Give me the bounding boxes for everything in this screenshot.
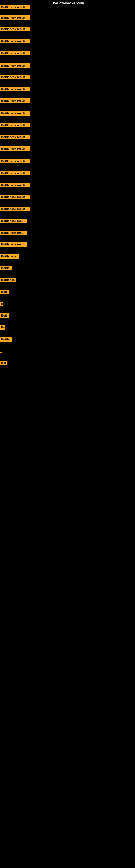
badge-6-label: Bottleneck result	[0, 63, 30, 68]
badge-21: Bottleneck resu	[0, 242, 27, 248]
badge-15-label: Bottleneck result	[0, 171, 30, 175]
badge-26: B	[0, 302, 3, 307]
badge-9-label: Bottleneck result	[0, 98, 30, 103]
badge-14: Bottleneck result	[0, 159, 30, 164]
badge-17-label: Bottleneck result	[0, 195, 30, 199]
badge-7-label: Bottleneck result	[0, 75, 30, 79]
badge-27: Bott	[0, 313, 9, 319]
badge-12-label: Bottleneck result	[0, 135, 30, 139]
badge-15: Bottleneck result	[0, 171, 30, 176]
badge-3-label: Bottleneck result	[0, 27, 30, 31]
badge-5-label: Bottleneck result	[0, 51, 30, 55]
badge-27-label: Bott	[0, 313, 9, 318]
badge-20: Bottleneck resu	[0, 230, 27, 236]
badge-23: Bottle	[0, 266, 12, 271]
badge-29: Bottler	[0, 337, 12, 343]
badge-17: Bottleneck result	[0, 195, 30, 200]
badge-4: Bottleneck result	[0, 39, 30, 44]
badge-11-label: Bottleneck result	[0, 123, 30, 127]
badge-19: Bottleneck resu	[0, 219, 27, 224]
badge-1: Bottleneck result	[0, 5, 30, 10]
badge-11: Bottleneck result	[0, 123, 30, 128]
badge-2: Bottleneck result	[0, 16, 30, 21]
badge-3: Bottleneck result	[0, 27, 30, 32]
badge-29-label: Bottler	[0, 337, 12, 341]
badge-18-label: Bottleneck result	[0, 207, 30, 211]
badge-31: Bot	[0, 361, 7, 366]
badge-22: Bottleneck	[0, 254, 19, 259]
badge-24: Bottlenec	[0, 278, 16, 283]
badge-21-label: Bottleneck resu	[0, 242, 27, 247]
badge-13: Bottleneck result	[0, 147, 30, 152]
badge-1-label: Bottleneck result	[0, 5, 30, 9]
badge-5: Bottleneck result	[0, 51, 30, 56]
badge-14-label: Bottleneck result	[0, 159, 30, 163]
badge-10-label: Bottleneck result	[0, 111, 30, 116]
badge-18: Bottleneck result	[0, 207, 30, 212]
badge-26-label: B	[0, 302, 3, 306]
badge-7: Bottleneck result	[0, 75, 30, 80]
badge-31-label: Bot	[0, 361, 7, 365]
badge-23-label: Bottle	[0, 266, 12, 270]
badge-2-label: Bottleneck result	[0, 16, 30, 20]
badge-8: Bottleneck result	[0, 87, 30, 93]
badge-6: Bottleneck result	[0, 63, 30, 69]
badge-24-label: Bottlenec	[0, 278, 16, 282]
badge-16-label: Bottleneck result	[0, 183, 30, 187]
badge-20-label: Bottleneck resu	[0, 230, 27, 235]
badge-12: Bottleneck result	[0, 135, 30, 140]
badge-16: Bottleneck result	[0, 183, 30, 188]
badge-25: Bott	[0, 290, 9, 295]
badge-30	[0, 349, 2, 354]
badge-25-label: Bott	[0, 290, 9, 294]
badge-22-label: Bottleneck	[0, 254, 19, 258]
badge-8-label: Bottleneck result	[0, 87, 30, 91]
badge-4-label: Bottleneck result	[0, 39, 30, 43]
badge-30-label	[0, 352, 2, 353]
badge-28: Bo	[0, 325, 5, 331]
badge-28-label: Bo	[0, 325, 5, 330]
badge-19-label: Bottleneck resu	[0, 219, 27, 223]
badge-10: Bottleneck result	[0, 111, 30, 117]
badge-9: Bottleneck result	[0, 98, 30, 104]
badge-13-label: Bottleneck result	[0, 147, 30, 151]
